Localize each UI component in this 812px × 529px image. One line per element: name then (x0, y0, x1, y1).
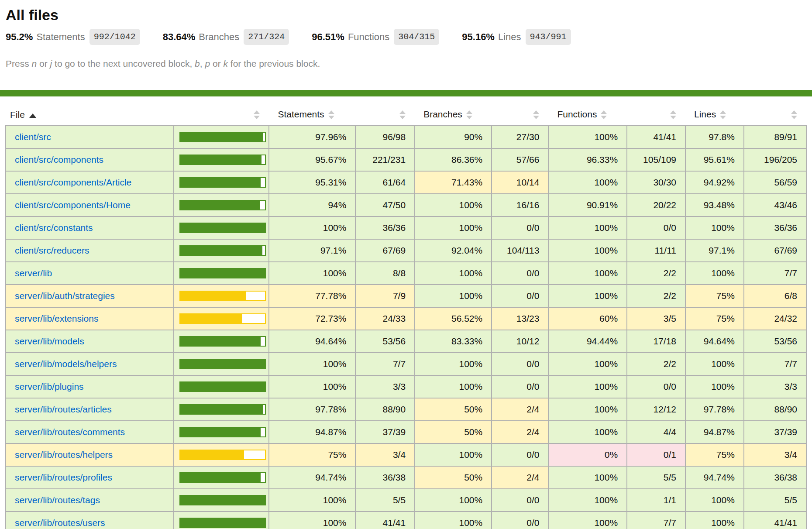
coverage-bar-cell (174, 421, 269, 443)
column-header-lines-abs[interactable] (744, 104, 806, 126)
coverage-bar (179, 427, 266, 437)
lines-abs-cell: 36/36 (744, 216, 806, 239)
file-link[interactable]: client/src/constants (15, 223, 93, 233)
file-link[interactable]: server/lib/plugins (15, 381, 84, 392)
branches-pct-cell: 86.36% (415, 148, 492, 171)
file-link[interactable]: server/lib/auth/strategies (15, 291, 115, 301)
file-link[interactable]: server/lib/models/helpers (15, 359, 117, 369)
branches-pct-cell: 50% (415, 398, 492, 421)
branches-abs-cell: 13/23 (492, 307, 548, 330)
file-link[interactable]: server/lib/routes/helpers (15, 450, 113, 460)
lines-abs-cell: 6/8 (744, 285, 806, 307)
functions-pct-cell: 100% (548, 466, 627, 489)
branches-pct-cell: 100% (415, 285, 492, 307)
statements-pct-cell: 75% (269, 443, 355, 466)
statements-abs-cell: 67/69 (355, 239, 415, 262)
coverage-bar-cell (174, 443, 269, 466)
file-link[interactable]: server/lib/routes/users (15, 518, 105, 528)
file-link[interactable]: client/src/components/Article (15, 177, 131, 187)
column-header-functions-pct[interactable]: Functions (548, 104, 627, 126)
file-link[interactable]: server/lib/routes/tags (15, 495, 100, 505)
lines-pct-cell: 93.48% (685, 194, 744, 216)
file-link[interactable]: server/lib/routes/profiles (15, 472, 112, 482)
coverage-bar (179, 450, 266, 460)
branches-abs-cell: 2/4 (492, 466, 548, 489)
statements-pct-cell: 97.96% (269, 126, 355, 148)
lines-pct-cell: 75% (685, 307, 744, 330)
column-header-pic[interactable] (174, 104, 269, 126)
branches-abs-cell: 0/0 (492, 443, 548, 466)
coverage-bar-fill (180, 496, 265, 505)
lines-abs-cell: 5/5 (744, 489, 806, 512)
coverage-bar-fill (180, 360, 265, 368)
file-cell: server/lib/routes/profiles (6, 466, 174, 489)
file-cell: server/lib/plugins (6, 375, 174, 398)
column-header-branches-abs[interactable] (492, 104, 548, 126)
table-row: server/lib/models94.64%53/5683.33%10/129… (6, 330, 806, 353)
sort-icon[interactable] (399, 109, 406, 120)
table-header: FileStatementsBranchesFunctionsLines (6, 104, 806, 126)
lines-pct-cell: 94.74% (685, 466, 744, 489)
sort-icon[interactable] (466, 109, 473, 120)
table-row: client/src/constants100%36/36100%0/0100%… (6, 216, 806, 239)
coverage-bar-cell (174, 512, 269, 529)
coverage-bar-fill (180, 473, 261, 482)
coverage-bar-cell (174, 375, 269, 398)
lines-abs-cell: 89/91 (744, 126, 806, 148)
coverage-bar-cell (174, 171, 269, 194)
hint-key: k (223, 58, 228, 69)
file-link[interactable]: client/src/reducers (15, 245, 89, 255)
hint-key: b (195, 58, 200, 69)
statements-abs-cell: 41/41 (355, 512, 415, 529)
file-cell: server/lib/routes/helpers (6, 443, 174, 466)
statements-abs-cell: 88/90 (355, 398, 415, 421)
summary-metric: 83.64%Branches271/324 (163, 29, 289, 45)
statements-abs-cell: 36/38 (355, 466, 415, 489)
statements-pct-cell: 77.78% (269, 285, 355, 307)
file-link[interactable]: server/lib/models (15, 336, 84, 346)
sort-icon[interactable] (533, 109, 540, 120)
statements-pct-cell: 100% (269, 216, 355, 239)
coverage-bar (179, 177, 266, 188)
lines-pct-cell: 100% (685, 512, 744, 529)
coverage-bar-fill (180, 450, 244, 459)
coverage-bar-fill (180, 314, 242, 323)
column-header-statements-abs[interactable] (355, 104, 415, 126)
table-row: client/src/components95.67%221/23186.36%… (6, 148, 806, 171)
branches-pct-cell: 56.52% (415, 307, 492, 330)
sort-icon[interactable] (791, 109, 798, 120)
lines-pct-cell: 97.8% (685, 126, 744, 148)
sort-icon[interactable] (328, 109, 335, 120)
sort-icon[interactable] (253, 109, 260, 120)
lines-abs-cell: 41/41 (744, 512, 806, 529)
lines-pct-cell: 100% (685, 375, 744, 398)
summary-metric: 95.16%Lines943/991 (462, 29, 571, 45)
file-cell: client/src (6, 126, 174, 148)
statements-pct-cell: 100% (269, 489, 355, 512)
branches-pct-cell: 100% (415, 489, 492, 512)
sort-icon[interactable] (719, 109, 726, 120)
file-link[interactable]: server/lib/routes/comments (15, 427, 125, 437)
file-link[interactable]: server/lib (15, 268, 52, 278)
sort-icon[interactable] (600, 109, 607, 120)
functions-abs-cell: 30/30 (627, 171, 685, 194)
metric-label: Branches (199, 31, 239, 43)
column-header-statements-pct[interactable]: Statements (269, 104, 355, 126)
functions-abs-cell: 4/4 (627, 421, 685, 443)
file-link[interactable]: client/src (15, 132, 51, 142)
metric-fraction: 943/991 (526, 29, 571, 45)
file-link[interactable]: client/src/components/Home (15, 200, 131, 210)
file-link[interactable]: server/lib/extensions (15, 313, 98, 323)
lines-pct-cell: 100% (685, 262, 744, 285)
coverage-bar-cell (174, 285, 269, 307)
column-header-functions-abs[interactable] (627, 104, 685, 126)
table-row: server/lib/auth/strategies77.78%7/9100%0… (6, 285, 806, 307)
functions-pct-cell: 100% (548, 353, 627, 375)
sort-icon[interactable] (670, 109, 677, 120)
statements-abs-cell: 3/4 (355, 443, 415, 466)
column-header-lines-pct[interactable]: Lines (685, 104, 744, 126)
file-link[interactable]: client/src/components (15, 155, 103, 165)
column-header-branches-pct[interactable]: Branches (415, 104, 492, 126)
column-header-file[interactable]: File (6, 104, 174, 126)
file-link[interactable]: server/lib/routes/articles (15, 404, 112, 414)
